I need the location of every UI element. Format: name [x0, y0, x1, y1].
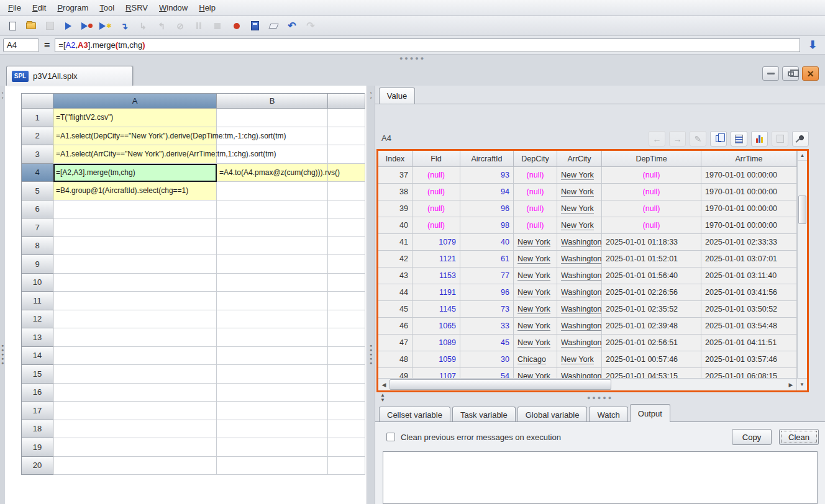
cell-C20[interactable] — [328, 457, 365, 475]
row-header-11[interactable]: 11 — [22, 292, 53, 310]
tab-value[interactable]: Value — [379, 88, 415, 104]
new-file-icon[interactable] — [5, 19, 20, 34]
table-cell[interactable]: 30 — [460, 351, 514, 368]
erase-icon[interactable] — [266, 19, 281, 34]
table-cell[interactable]: New York — [557, 217, 602, 234]
menu-item-rsrv[interactable]: RSRV — [120, 1, 153, 14]
table-cell[interactable]: 1970-01-01 00:00:00 — [701, 184, 797, 200]
cell-C17[interactable] — [328, 402, 365, 420]
scroll-left-icon[interactable]: ◀ — [378, 379, 390, 390]
scroll-right-icon[interactable]: ▶ — [785, 379, 796, 390]
cell-B4[interactable]: =A4.to(A4.pmax@z(cum(chg))).rvs() — [217, 164, 328, 182]
grid-corner[interactable] — [22, 94, 53, 109]
table-cell[interactable]: 2025-01-01 03:57:46 — [701, 351, 797, 368]
vertical-scrollbar[interactable]: ▲ — [797, 151, 807, 378]
table-cell[interactable]: 1145 — [412, 301, 460, 318]
table-cell[interactable]: 61 — [460, 251, 514, 268]
table-cell[interactable]: 96 — [460, 200, 514, 217]
row-header-18[interactable]: 18 — [22, 420, 53, 439]
cell-A2[interactable]: =A1.select(DepCity=="New York").derive(D… — [53, 127, 217, 146]
table-cell[interactable]: 2025-01-01 06:08:15 — [701, 368, 797, 378]
menu-item-help[interactable]: Help — [193, 1, 221, 14]
bottom-splitter[interactable]: ▲▼ ●●●●● — [375, 392, 825, 403]
table-cell[interactable]: New York — [514, 368, 557, 378]
table-cell[interactable]: 1065 — [412, 318, 460, 335]
copy-icon[interactable] — [710, 131, 727, 146]
table-cell[interactable]: 38 — [378, 184, 412, 200]
breakpoint-icon[interactable] — [229, 19, 244, 34]
table-cell[interactable]: New York — [557, 351, 602, 368]
cellset-grid[interactable]: AB1=T("flightV2.csv")2=A1.select(DepCity… — [21, 93, 365, 475]
collapse-left-icon[interactable]: ‹› — [0, 91, 5, 101]
table-cell[interactable]: 2025-01-01 01:52:01 — [602, 251, 701, 268]
cell-B12[interactable] — [217, 310, 328, 329]
table-cell[interactable]: 2025-01-01 03:54:48 — [701, 318, 797, 335]
run-icon[interactable] — [61, 19, 76, 34]
cell-C12[interactable] — [328, 310, 365, 329]
horizontal-splitter-handle[interactable]: ●●●●● — [0, 55, 825, 62]
cell-C2[interactable] — [328, 127, 365, 146]
scroll-up-icon[interactable]: ▲ — [798, 151, 807, 161]
table-cell[interactable]: 41 — [378, 234, 412, 251]
cell-A10[interactable] — [53, 274, 217, 292]
table-cell[interactable]: 1107 — [412, 368, 460, 378]
table-cell[interactable]: 94 — [460, 184, 514, 200]
horizontal-scroll-track[interactable] — [390, 379, 785, 390]
cell-A5[interactable]: =B4.group@1(AircraftId).select(chg==1) — [53, 182, 217, 200]
table-cell[interactable]: Chicago — [514, 351, 557, 368]
column-header-depcity[interactable]: DepCity — [514, 151, 557, 167]
row-header-10[interactable]: 10 — [22, 274, 53, 292]
cell-C10[interactable] — [328, 274, 365, 292]
table-cell[interactable]: 2025-01-01 02:33:33 — [701, 234, 797, 251]
row-header-20[interactable]: 20 — [22, 457, 53, 475]
table-cell[interactable]: 1079 — [412, 234, 460, 251]
table-cell[interactable]: Washington — [557, 318, 602, 335]
splitter-updown-icons[interactable]: ▲▼ — [380, 393, 386, 403]
row-header-8[interactable]: 8 — [22, 237, 53, 256]
close-button[interactable]: ✕ — [802, 66, 819, 81]
cell-C13[interactable] — [328, 328, 365, 347]
cell-C19[interactable] — [328, 438, 365, 457]
column-header-arrtime[interactable]: ArrTime — [701, 151, 797, 167]
table-cell[interactable]: 2025-01-01 01:18:33 — [602, 234, 701, 251]
table-cell[interactable]: (null) — [514, 184, 557, 200]
table-cell[interactable]: Washington — [557, 251, 602, 268]
row-header-5[interactable]: 5 — [22, 182, 53, 200]
output-text-area[interactable] — [383, 451, 818, 504]
table-cell[interactable]: (null) — [602, 167, 701, 184]
cell-B2[interactable] — [217, 127, 328, 146]
cell-B15[interactable] — [217, 365, 328, 384]
cell-B10[interactable] — [217, 274, 328, 292]
table-cell[interactable]: 40 — [460, 234, 514, 251]
cell-C1[interactable] — [328, 109, 365, 127]
table-cell[interactable]: 40 — [378, 217, 412, 234]
restore-button[interactable] — [782, 66, 799, 81]
table-cell[interactable]: (null) — [412, 217, 460, 234]
step-next-icon[interactable]: ↴ — [117, 19, 132, 34]
table-cell[interactable]: 48 — [378, 351, 412, 368]
cell-B20[interactable] — [217, 457, 328, 475]
table-cell[interactable]: 2025-01-01 02:56:51 — [602, 335, 701, 351]
row-header-12[interactable]: 12 — [22, 310, 53, 329]
table-cell[interactable]: New York — [557, 200, 602, 217]
cell-A4[interactable]: =[A2,A3].merge(tm,chg) — [53, 164, 217, 182]
cell-reference-box[interactable]: A4 — [3, 38, 39, 52]
cell-C5[interactable] — [328, 182, 365, 200]
table-cell[interactable]: 73 — [460, 301, 514, 318]
tab-task-variable[interactable]: Task variable — [452, 407, 516, 422]
table-cell[interactable]: 49 — [378, 368, 412, 378]
table-cell[interactable]: 2025-01-01 00:57:46 — [602, 351, 701, 368]
left-splitter[interactable]: ‹› ●●●●● — [0, 86, 5, 504]
cell-B5[interactable] — [217, 182, 328, 200]
table-cell[interactable]: 45 — [378, 301, 412, 318]
formula-input[interactable]: =[A2,A3].merge(tm,chg) — [55, 38, 800, 52]
scroll-down-icon[interactable]: ▼ — [796, 379, 807, 390]
cell-B8[interactable] — [217, 237, 328, 256]
cell-B16[interactable] — [217, 384, 328, 402]
table-cell[interactable]: (null) — [514, 200, 557, 217]
copy-button[interactable]: Copy — [732, 429, 772, 445]
table-cell[interactable]: 1970-01-01 00:00:00 — [701, 217, 797, 234]
cell-A14[interactable] — [53, 347, 217, 366]
tab-global-variable[interactable]: Global variable — [517, 407, 588, 422]
pin-icon[interactable] — [792, 131, 809, 146]
